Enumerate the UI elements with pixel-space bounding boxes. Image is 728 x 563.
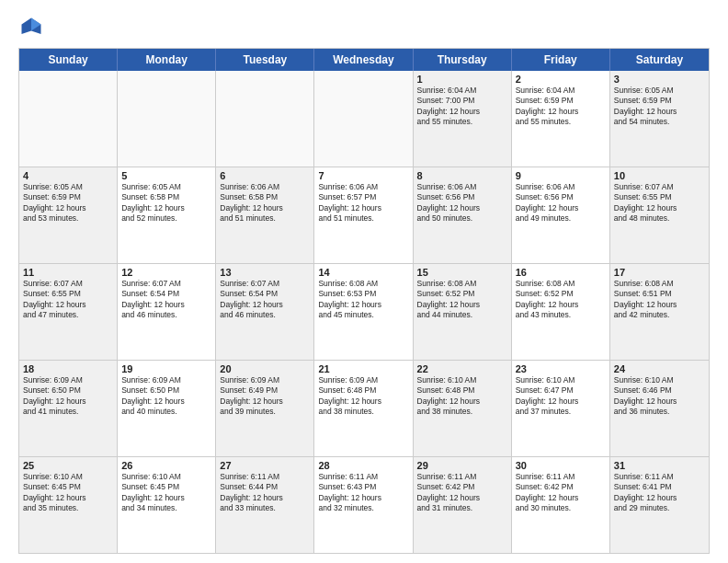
day-info: Sunrise: 6:09 AM Sunset: 6:48 PM Dayligh… bbox=[318, 375, 408, 418]
calendar-cell: 18Sunrise: 6:09 AM Sunset: 6:50 PM Dayli… bbox=[19, 361, 118, 456]
calendar-cell: 5Sunrise: 6:05 AM Sunset: 6:58 PM Daylig… bbox=[118, 167, 216, 263]
calendar-cell: 8Sunrise: 6:06 AM Sunset: 6:56 PM Daylig… bbox=[414, 167, 512, 263]
calendar-week-5: 25Sunrise: 6:10 AM Sunset: 6:45 PM Dayli… bbox=[19, 457, 709, 553]
day-number: 20 bbox=[220, 363, 310, 374]
calendar-header-tuesday: Tuesday bbox=[216, 49, 314, 71]
day-number: 12 bbox=[121, 267, 211, 278]
day-info: Sunrise: 6:11 AM Sunset: 6:44 PM Dayligh… bbox=[220, 472, 310, 514]
day-info: Sunrise: 6:09 AM Sunset: 6:50 PM Dayligh… bbox=[23, 375, 113, 418]
day-info: Sunrise: 6:07 AM Sunset: 6:54 PM Dayligh… bbox=[121, 279, 211, 321]
day-info: Sunrise: 6:05 AM Sunset: 6:59 PM Dayligh… bbox=[614, 86, 705, 128]
day-number: 13 bbox=[220, 267, 310, 278]
calendar-header-thursday: Thursday bbox=[414, 49, 512, 71]
day-info: Sunrise: 6:10 AM Sunset: 6:46 PM Dayligh… bbox=[614, 375, 705, 418]
calendar-cell bbox=[19, 71, 118, 167]
day-number: 10 bbox=[614, 170, 705, 181]
day-info: Sunrise: 6:08 AM Sunset: 6:51 PM Dayligh… bbox=[614, 279, 705, 321]
day-number: 7 bbox=[318, 170, 408, 181]
day-number: 25 bbox=[23, 460, 113, 471]
calendar-cell: 27Sunrise: 6:11 AM Sunset: 6:44 PM Dayli… bbox=[216, 457, 314, 553]
day-info: Sunrise: 6:07 AM Sunset: 6:55 PM Dayligh… bbox=[614, 182, 705, 224]
day-info: Sunrise: 6:08 AM Sunset: 6:52 PM Dayligh… bbox=[516, 279, 606, 321]
calendar-cell: 4Sunrise: 6:05 AM Sunset: 6:59 PM Daylig… bbox=[19, 167, 118, 263]
calendar-cell: 17Sunrise: 6:08 AM Sunset: 6:51 PM Dayli… bbox=[610, 264, 709, 360]
calendar-header-saturday: Saturday bbox=[610, 49, 709, 71]
day-info: Sunrise: 6:11 AM Sunset: 6:42 PM Dayligh… bbox=[417, 472, 507, 514]
day-number: 18 bbox=[23, 363, 113, 374]
calendar-cell: 13Sunrise: 6:07 AM Sunset: 6:54 PM Dayli… bbox=[216, 264, 314, 360]
day-number: 11 bbox=[23, 267, 113, 278]
calendar-header-friday: Friday bbox=[512, 49, 610, 71]
calendar-cell: 31Sunrise: 6:11 AM Sunset: 6:41 PM Dayli… bbox=[610, 457, 709, 553]
calendar-cell: 6Sunrise: 6:06 AM Sunset: 6:58 PM Daylig… bbox=[216, 167, 314, 263]
page: SundayMondayTuesdayWednesdayThursdayFrid… bbox=[0, 0, 728, 563]
calendar-cell: 21Sunrise: 6:09 AM Sunset: 6:48 PM Dayli… bbox=[314, 361, 413, 456]
day-number: 15 bbox=[417, 267, 507, 278]
calendar-cell: 7Sunrise: 6:06 AM Sunset: 6:57 PM Daylig… bbox=[314, 167, 413, 263]
day-number: 14 bbox=[318, 267, 408, 278]
calendar-cell: 24Sunrise: 6:10 AM Sunset: 6:46 PM Dayli… bbox=[610, 361, 709, 456]
calendar-cell: 3Sunrise: 6:05 AM Sunset: 6:59 PM Daylig… bbox=[610, 71, 709, 167]
day-number: 30 bbox=[516, 460, 606, 471]
calendar-cell: 26Sunrise: 6:10 AM Sunset: 6:45 PM Dayli… bbox=[118, 457, 216, 553]
calendar-cell: 15Sunrise: 6:08 AM Sunset: 6:52 PM Dayli… bbox=[414, 264, 512, 360]
day-info: Sunrise: 6:08 AM Sunset: 6:53 PM Dayligh… bbox=[318, 279, 408, 321]
day-info: Sunrise: 6:11 AM Sunset: 6:41 PM Dayligh… bbox=[614, 472, 705, 514]
calendar-cell: 10Sunrise: 6:07 AM Sunset: 6:55 PM Dayli… bbox=[610, 167, 709, 263]
calendar-week-4: 18Sunrise: 6:09 AM Sunset: 6:50 PM Dayli… bbox=[19, 361, 709, 457]
day-number: 24 bbox=[614, 363, 705, 374]
calendar-cell: 2Sunrise: 6:04 AM Sunset: 6:59 PM Daylig… bbox=[512, 71, 610, 167]
day-number: 26 bbox=[121, 460, 211, 471]
day-number: 21 bbox=[318, 363, 408, 374]
day-info: Sunrise: 6:11 AM Sunset: 6:43 PM Dayligh… bbox=[318, 472, 408, 514]
logo-icon bbox=[18, 15, 44, 40]
calendar-cell: 14Sunrise: 6:08 AM Sunset: 6:53 PM Dayli… bbox=[314, 264, 413, 360]
calendar-cell bbox=[216, 71, 314, 167]
calendar-cell: 12Sunrise: 6:07 AM Sunset: 6:54 PM Dayli… bbox=[118, 264, 216, 360]
day-number: 4 bbox=[23, 170, 113, 181]
day-number: 8 bbox=[417, 170, 507, 181]
day-number: 5 bbox=[121, 170, 211, 181]
day-number: 29 bbox=[417, 460, 507, 471]
day-info: Sunrise: 6:05 AM Sunset: 6:58 PM Dayligh… bbox=[121, 182, 211, 224]
calendar-cell: 29Sunrise: 6:11 AM Sunset: 6:42 PM Dayli… bbox=[414, 457, 512, 553]
day-number: 23 bbox=[516, 363, 606, 374]
calendar-header-wednesday: Wednesday bbox=[314, 49, 413, 71]
calendar-cell: 20Sunrise: 6:09 AM Sunset: 6:49 PM Dayli… bbox=[216, 361, 314, 456]
day-info: Sunrise: 6:04 AM Sunset: 6:59 PM Dayligh… bbox=[516, 86, 606, 128]
day-info: Sunrise: 6:05 AM Sunset: 6:59 PM Dayligh… bbox=[23, 182, 113, 224]
day-number: 6 bbox=[220, 170, 310, 181]
calendar-week-1: 1Sunrise: 6:04 AM Sunset: 7:00 PM Daylig… bbox=[19, 71, 709, 167]
day-info: Sunrise: 6:11 AM Sunset: 6:42 PM Dayligh… bbox=[516, 472, 606, 514]
calendar-cell bbox=[118, 71, 216, 167]
day-info: Sunrise: 6:10 AM Sunset: 6:47 PM Dayligh… bbox=[516, 375, 606, 418]
calendar-week-2: 4Sunrise: 6:05 AM Sunset: 6:59 PM Daylig… bbox=[19, 167, 709, 264]
day-info: Sunrise: 6:06 AM Sunset: 6:58 PM Dayligh… bbox=[220, 182, 310, 224]
calendar-cell: 30Sunrise: 6:11 AM Sunset: 6:42 PM Dayli… bbox=[512, 457, 610, 553]
day-info: Sunrise: 6:10 AM Sunset: 6:45 PM Dayligh… bbox=[23, 472, 113, 514]
day-info: Sunrise: 6:10 AM Sunset: 6:45 PM Dayligh… bbox=[121, 472, 211, 514]
day-number: 31 bbox=[614, 460, 705, 471]
calendar-header-row: SundayMondayTuesdayWednesdayThursdayFrid… bbox=[19, 49, 709, 71]
calendar-cell: 1Sunrise: 6:04 AM Sunset: 7:00 PM Daylig… bbox=[414, 71, 512, 167]
calendar-cell: 9Sunrise: 6:06 AM Sunset: 6:56 PM Daylig… bbox=[512, 167, 610, 263]
day-info: Sunrise: 6:04 AM Sunset: 7:00 PM Dayligh… bbox=[417, 86, 507, 128]
day-info: Sunrise: 6:06 AM Sunset: 6:56 PM Dayligh… bbox=[417, 182, 507, 224]
day-number: 2 bbox=[516, 74, 606, 85]
calendar-header-monday: Monday bbox=[118, 49, 216, 71]
calendar-cell: 28Sunrise: 6:11 AM Sunset: 6:43 PM Dayli… bbox=[314, 457, 413, 553]
day-number: 22 bbox=[417, 363, 507, 374]
day-number: 27 bbox=[220, 460, 310, 471]
day-info: Sunrise: 6:06 AM Sunset: 6:57 PM Dayligh… bbox=[318, 182, 408, 224]
day-info: Sunrise: 6:09 AM Sunset: 6:49 PM Dayligh… bbox=[220, 375, 310, 418]
header bbox=[18, 15, 710, 40]
day-number: 9 bbox=[516, 170, 606, 181]
day-number: 28 bbox=[318, 460, 408, 471]
calendar: SundayMondayTuesdayWednesdayThursdayFrid… bbox=[18, 48, 710, 554]
day-info: Sunrise: 6:06 AM Sunset: 6:56 PM Dayligh… bbox=[516, 182, 606, 224]
calendar-cell: 25Sunrise: 6:10 AM Sunset: 6:45 PM Dayli… bbox=[19, 457, 118, 553]
day-number: 19 bbox=[121, 363, 211, 374]
calendar-cell: 23Sunrise: 6:10 AM Sunset: 6:47 PM Dayli… bbox=[512, 361, 610, 456]
calendar-body: 1Sunrise: 6:04 AM Sunset: 7:00 PM Daylig… bbox=[19, 71, 709, 553]
calendar-week-3: 11Sunrise: 6:07 AM Sunset: 6:55 PM Dayli… bbox=[19, 264, 709, 361]
